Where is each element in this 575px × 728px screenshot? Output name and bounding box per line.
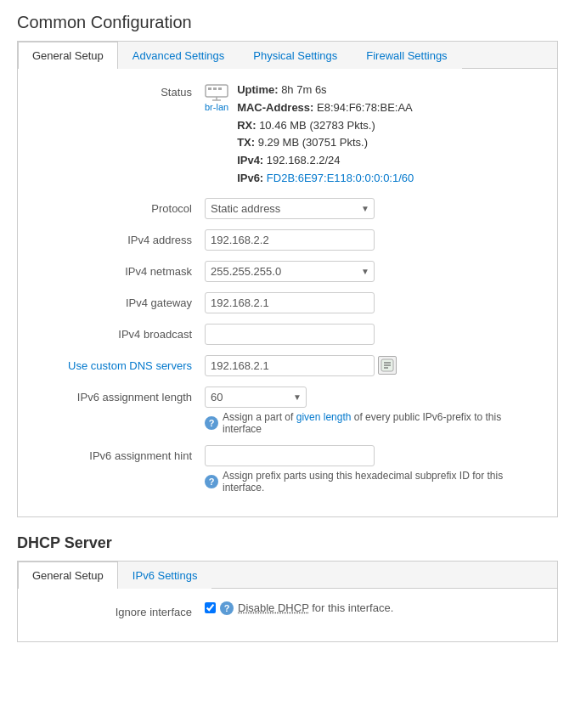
ipv6-length-help-icon: ? [205, 416, 218, 430]
protocol-row: Protocol Static address DHCP client PPPo… [35, 198, 540, 219]
tab-dhcp-general-setup[interactable]: General Setup [18, 562, 118, 589]
ipv6-assignment-hint-label: IPv6 assignment hint [35, 445, 205, 462]
ipv6-hint-help-icon: ? [205, 475, 218, 488]
ipv4-address-input[interactable] [205, 229, 375, 251]
tab-physical-settings[interactable]: Physical Settings [239, 42, 352, 69]
ipv4-address-label: IPv4 address [35, 229, 205, 246]
ipv6-length-select-wrapper: 60 64 48 ▼ [205, 387, 307, 408]
ipv6-assignment-length-select[interactable]: 60 64 48 [205, 387, 307, 408]
general-setup-body: Status br-lan Uptime: 8h 7m 6s MAC-Addre… [18, 69, 557, 516]
ipv6-length-help-text: Assign a part of given length of every p… [223, 411, 540, 435]
dhcp-body: Ignore interface ? Disable DHCP for this… [18, 589, 557, 641]
page-title: Common Configuration [17, 13, 558, 32]
ipv4-netmask-control: 255.255.255.0 255.255.0.0 255.0.0.0 ▼ [205, 261, 540, 282]
dhcp-tabs: General Setup IPv6 Settings [18, 562, 557, 589]
main-tabs: General Setup Advanced Settings Physical… [18, 42, 557, 69]
ignore-interface-control: ? Disable DHCP for this interface. [205, 601, 540, 615]
ipv4-netmask-select-wrapper: 255.255.255.0 255.255.0.0 255.0.0.0 ▼ [205, 261, 375, 282]
dns-servers-label: Use custom DNS servers [35, 355, 205, 372]
ipv6-length-help: ? Assign a part of given length of every… [205, 411, 540, 435]
ipv4-broadcast-label: IPv4 broadcast [35, 324, 205, 341]
ipv4-netmask-label: IPv4 netmask [35, 261, 205, 278]
ignore-interface-help-icon: ? [220, 601, 234, 615]
network-icon [205, 82, 228, 102]
ipv6-label: IPv6: [237, 172, 263, 184]
dhcp-section-title: DHCP Server [17, 534, 558, 552]
protocol-label: Protocol [35, 198, 205, 215]
ipv4-status-value: 192.168.2.2/24 [267, 154, 341, 166]
uptime-label: Uptime: [237, 83, 278, 96]
uptime-value: 8h 7m 6s [281, 83, 326, 96]
ipv6-hint-help-text: Assign prefix parts using this hexadecim… [223, 470, 540, 494]
dns-servers-row: Use custom DNS servers [35, 355, 540, 376]
mac-value: E8:94:F6:78:BE:AA [317, 101, 413, 114]
ipv4-netmask-row: IPv4 netmask 255.255.255.0 255.255.0.0 2… [35, 261, 540, 282]
ignore-interface-label: Ignore interface [35, 601, 205, 618]
ipv4-address-control [205, 229, 540, 251]
status-label: Status [35, 82, 205, 99]
ipv6-assignment-hint-input[interactable] [205, 445, 375, 466]
ipv4-gateway-label: IPv4 gateway [35, 292, 205, 309]
tab-general-setup[interactable]: General Setup [18, 42, 118, 69]
svg-rect-3 [218, 87, 222, 90]
dns-input-wrapper [205, 355, 540, 376]
status-info: Uptime: 8h 7m 6s MAC-Address: E8:94:F6:7… [237, 82, 414, 188]
ipv6-assignment-length-control: 60 64 48 ▼ ? Assign a part of given leng… [205, 387, 540, 435]
device-label: br-lan [205, 102, 228, 112]
ipv6-assignment-hint-row: IPv6 assignment hint ? Assign prefix par… [35, 445, 540, 494]
tx-label: TX: [237, 136, 255, 149]
ipv6-status-value: FD2B:6E97:E118:0:0:0:0:1/60 [267, 172, 414, 184]
svg-rect-2 [213, 87, 217, 90]
ipv4-address-row: IPv4 address [35, 229, 540, 251]
mac-label: MAC-Address: [237, 101, 313, 114]
ipv4-broadcast-control [205, 324, 540, 345]
ipv4-broadcast-row: IPv4 broadcast [35, 324, 540, 345]
tab-ipv6-settings[interactable]: IPv6 Settings [118, 562, 212, 589]
tab-advanced-settings[interactable]: Advanced Settings [118, 42, 239, 69]
dns-servers-input[interactable] [205, 355, 375, 376]
ignore-interface-row: Ignore interface ? Disable DHCP for this… [35, 601, 540, 618]
ipv6-assignment-length-label: IPv6 assignment length [35, 387, 205, 404]
dhcp-section: General Setup IPv6 Settings Ignore inter… [17, 561, 558, 642]
ignore-interface-note: ? Disable DHCP for this interface. [205, 601, 540, 615]
tab-firewall-settings[interactable]: Firewall Settings [352, 42, 461, 69]
tx-value: 9.29 MB (30751 Pkts.) [258, 136, 368, 149]
ipv6-assignment-hint-control: ? Assign prefix parts using this hexadec… [205, 445, 540, 494]
ignore-interface-text: Disable DHCP for this interface. [238, 601, 393, 614]
common-config-section: General Setup Advanced Settings Physical… [17, 41, 558, 517]
svg-rect-0 [206, 85, 228, 97]
given-length-link[interactable]: given length [296, 411, 352, 423]
add-dns-icon [381, 358, 394, 372]
ipv6-hint-help: ? Assign prefix parts using this hexadec… [205, 470, 540, 494]
rx-label: RX: [237, 119, 256, 132]
ipv4-broadcast-input[interactable] [205, 324, 375, 345]
protocol-select[interactable]: Static address DHCP client PPPoE None [205, 198, 375, 219]
dns-add-button[interactable] [378, 356, 397, 375]
ipv4-netmask-select[interactable]: 255.255.255.0 255.255.0.0 255.0.0.0 [205, 261, 375, 282]
ipv4-gateway-control [205, 292, 540, 313]
status-row: Status br-lan Uptime: 8h 7m 6s MAC-Addre… [35, 82, 540, 188]
ipv4-gateway-row: IPv4 gateway [35, 292, 540, 313]
svg-rect-1 [208, 87, 211, 90]
ignore-interface-checkbox[interactable] [205, 602, 216, 613]
protocol-control: Static address DHCP client PPPoE None ▼ [205, 198, 540, 219]
status-icon-area: br-lan [205, 82, 228, 112]
rx-value: 10.46 MB (32783 Pkts.) [259, 119, 375, 132]
ipv6-assignment-length-row: IPv6 assignment length 60 64 48 ▼ ? Assi… [35, 387, 540, 435]
protocol-select-wrapper: Static address DHCP client PPPoE None ▼ [205, 198, 375, 219]
ipv4-gateway-input[interactable] [205, 292, 375, 313]
dns-servers-control [205, 355, 540, 376]
ipv4-label: IPv4: [237, 154, 263, 166]
